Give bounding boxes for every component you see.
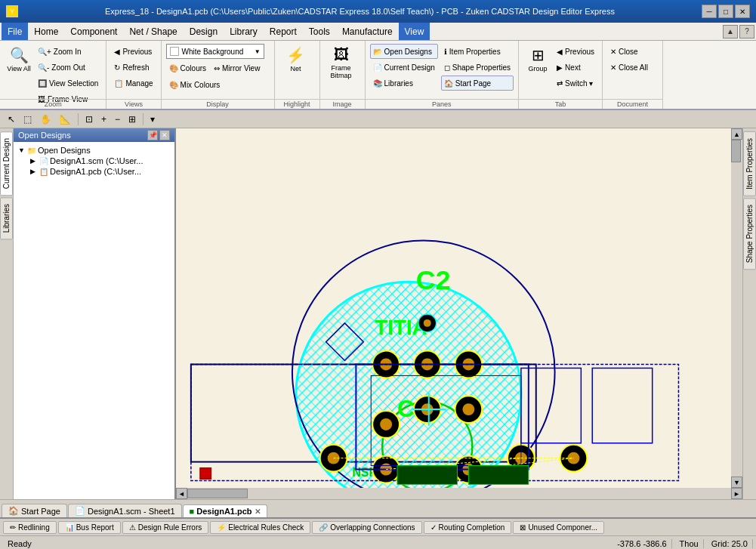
panel-pin-btn[interactable]: 📌 <box>147 130 158 140</box>
scroll-up-btn[interactable]: ▲ <box>731 128 742 140</box>
background-combo[interactable]: White Background ▼ <box>166 44 264 59</box>
menu-home[interactable]: Home <box>28 23 64 40</box>
more-btn[interactable]: ▾ <box>147 113 158 126</box>
zoom-fit-btn[interactable]: ⊞ <box>125 113 139 126</box>
pcb-expand-icon[interactable]: ▶ <box>30 168 38 175</box>
zoom-in-button[interactable]: 🔍+ Zoom In <box>35 44 101 59</box>
close-doc-button[interactable]: ✕ Close <box>607 44 651 59</box>
zoom-out-button[interactable]: 🔍- Zoom Out <box>35 60 101 75</box>
menu-component[interactable]: Component <box>64 23 123 40</box>
design-tree[interactable]: ▼ 📁 Open Designs ▶ 📄 DesignA1.scm (C:\Us… <box>14 142 174 499</box>
close-all-button[interactable]: ✕ Close All <box>607 60 651 75</box>
tree-item-pcb[interactable]: ▶ 📋 DesignA1.pcb (C:\User... <box>29 166 171 177</box>
sidebar-tab-item-props[interactable]: Item Properties <box>743 131 756 196</box>
panel-close-btn[interactable]: ✕ <box>159 130 170 140</box>
menu-report[interactable]: Report <box>264 23 303 40</box>
bottom-tab-overlapping[interactable]: 🔗 Overlapping Connections <box>312 521 421 534</box>
vertical-scrollbar[interactable]: ▲ ▼ <box>731 128 742 488</box>
previous-tab-button[interactable]: ◀ Previous <box>554 44 597 59</box>
view-selection-button[interactable]: 🔲 View Selection <box>35 76 101 91</box>
menu-file[interactable]: File <box>2 23 28 40</box>
menu-library[interactable]: Library <box>224 23 264 40</box>
canvas-wrapper: C2 TITIA C1 NSR200 <box>176 128 742 499</box>
switch-button[interactable]: ⇄ Switch ▾ <box>554 76 597 91</box>
close-button[interactable]: ✕ <box>735 5 750 18</box>
menu-tools[interactable]: Tools <box>303 23 336 40</box>
menu-manufacture[interactable]: Manufacture <box>336 23 399 40</box>
h-scroll-track[interactable] <box>187 489 731 498</box>
scm-expand-icon[interactable]: ▶ <box>30 157 38 165</box>
select-btn[interactable]: ↖ <box>5 113 18 126</box>
scroll-left-btn[interactable]: ◄ <box>176 488 187 499</box>
horizontal-scrollbar[interactable]: ◄ ► <box>176 488 742 499</box>
v-scroll-thumb[interactable] <box>731 140 741 162</box>
svg-point-19 <box>462 403 474 415</box>
mix-colours-button[interactable]: 🎨 Mix Colours <box>166 77 224 92</box>
group-button[interactable]: ⊞ Group <box>523 44 552 76</box>
scroll-down-btn[interactable]: ▼ <box>731 477 742 488</box>
open-designs-panel: Open Designs 📌 ✕ ▼ 📁 Open Designs ▶ 📄 De… <box>14 128 176 499</box>
overlapping-icon: 🔗 <box>319 523 328 532</box>
minimize-button[interactable]: ─ <box>702 5 717 18</box>
bottom-tab-erc[interactable]: ⚡ Electrical Rules Check <box>210 521 310 534</box>
zoom-out-tb-btn[interactable]: − <box>112 113 123 126</box>
previous-button[interactable]: ◀ Previous <box>111 44 156 59</box>
ribbon-collapse-btn[interactable]: ▲ <box>723 25 738 39</box>
current-design-button[interactable]: 📄 Current Design <box>370 60 438 75</box>
main-area: Current Design Libraries Open Designs 📌 … <box>0 128 756 499</box>
maximize-button[interactable]: □ <box>718 5 733 18</box>
status-ready: Ready <box>3 539 36 548</box>
frame-bitmap-button[interactable]: 🖼 FrameBitmap <box>325 44 358 82</box>
menu-view[interactable]: View <box>399 23 430 40</box>
colours-button[interactable]: 🎨 Colours <box>166 60 209 76</box>
libraries-button[interactable]: 📚 Libraries <box>370 76 438 91</box>
manage-button[interactable]: 📋 Manage <box>111 76 156 91</box>
tab-pcb[interactable]: ■ DesignA1.pcb ✕ <box>183 504 267 517</box>
ribbon-group-panes: 📂 Open Designs 📄 Current Design 📚 Librar… <box>366 41 520 109</box>
svg-rect-51 <box>468 466 528 485</box>
v-scroll-track[interactable] <box>731 140 742 477</box>
pcb-tab-close-btn[interactable]: ✕ <box>255 507 261 516</box>
zoom-box-btn[interactable]: ⊡ <box>82 113 96 126</box>
tab-bar: 🏠 Start Page 📄 DesignA1.scm - Sheet1 ■ D… <box>0 499 756 517</box>
h-scroll-thumb[interactable] <box>187 489 248 498</box>
window-controls: ─ □ ✕ <box>702 5 750 18</box>
bottom-tab-redlining[interactable]: ✏ Redlining <box>3 521 57 534</box>
bottom-tab-routing[interactable]: ✓ Routing Completion <box>424 521 512 534</box>
tab-scm[interactable]: 📄 DesignA1.scm - Sheet1 <box>68 504 182 517</box>
menu-net-shape[interactable]: Net / Shape <box>123 23 183 40</box>
refresh-button[interactable]: ↻ Refresh <box>111 60 156 75</box>
bottom-tab-bus-report[interactable]: 📊 Bus Report <box>58 521 121 534</box>
view-all-button[interactable]: 🔍 View All <box>5 44 33 76</box>
pan-btn[interactable]: ✋ <box>37 113 54 126</box>
select-area-btn[interactable]: ⬚ <box>20 113 35 126</box>
sidebar-tab-libraries[interactable]: Libraries <box>0 197 13 239</box>
next-tab-button[interactable]: ▶ Next <box>554 60 597 75</box>
item-properties-button[interactable]: ℹ Item Properties <box>441 44 514 59</box>
menu-design[interactable]: Design <box>184 23 224 40</box>
sidebar-tab-shape-props[interactable]: Shape Properties <box>743 198 756 270</box>
svg-point-15 <box>380 418 392 430</box>
pcb-tab-label: DesignA1.pcb <box>196 507 251 516</box>
scroll-right-btn[interactable]: ► <box>731 488 742 499</box>
mirror-view-button[interactable]: ⇔ Mirror View <box>211 60 263 76</box>
zoom-in-tb-btn[interactable]: + <box>98 113 110 126</box>
bottom-tab-drc[interactable]: ⚠ Design Rule Errors <box>122 521 208 534</box>
tab-start-page[interactable]: 🏠 Start Page <box>2 504 67 517</box>
tree-item-scm[interactable]: ▶ 📄 DesignA1.scm (C:\User... <box>29 156 171 166</box>
measure-btn[interactable]: 📐 <box>57 113 74 126</box>
pcb-tab-icon: ■ <box>190 507 195 516</box>
root-expand-icon[interactable]: ▼ <box>18 147 26 154</box>
shape-properties-button[interactable]: ◻ Shape Properties <box>441 60 514 75</box>
start-page-button[interactable]: 🏠 Start Page <box>441 76 514 91</box>
root-folder-icon: 📁 <box>27 147 36 155</box>
pcb-canvas-area[interactable]: C2 TITIA C1 NSR200 <box>176 128 731 488</box>
open-designs-button[interactable]: 📂 Open Designs <box>370 44 438 59</box>
help-btn[interactable]: ? <box>739 25 754 39</box>
tree-root[interactable]: ▼ 📁 Open Designs <box>17 145 171 156</box>
sidebar-tab-current-design[interactable]: Current Design <box>0 131 13 196</box>
bottom-tab-unused[interactable]: ⊠ Unused Componer... <box>513 521 604 534</box>
net-button[interactable]: ⚡ Net <box>279 44 313 76</box>
routing-icon: ✓ <box>430 523 437 532</box>
zoom-out-icon: 🔍- <box>38 63 49 72</box>
